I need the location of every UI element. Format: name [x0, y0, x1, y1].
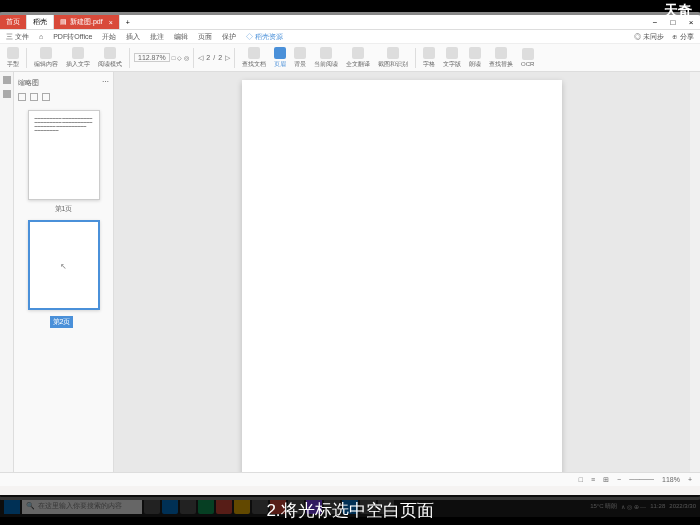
- view-mode-1[interactable]: □: [579, 476, 583, 483]
- outline-tab-icon[interactable]: [3, 90, 11, 98]
- minimize-button[interactable]: −: [646, 15, 664, 30]
- speaker-icon: [469, 47, 481, 59]
- menu-protect[interactable]: 保护: [222, 32, 236, 42]
- find-icon: [248, 47, 260, 59]
- next-page-icon[interactable]: ▷: [225, 54, 230, 62]
- close-tab-icon[interactable]: ×: [109, 19, 113, 26]
- menu-edit[interactable]: 编辑: [174, 32, 188, 42]
- tool-edit[interactable]: 编辑内容: [31, 47, 61, 69]
- thumb-1-label: 第1页: [28, 204, 100, 214]
- search-icon: [495, 47, 507, 59]
- workspace: 缩略图 ⋯ ▬▬▬▬▬▬▬▬▬ ▬▬▬▬▬▬▬▬▬▬ ▬▬▬▬▬▬▬▬▬ ▬▬▬…: [0, 72, 700, 472]
- page-total: 2: [218, 54, 222, 61]
- zoom-out[interactable]: −: [617, 476, 621, 483]
- thumbnail-header: 缩略图: [18, 78, 39, 88]
- fit-page-icon[interactable]: ◇: [177, 54, 182, 61]
- page-current[interactable]: 2: [206, 54, 210, 61]
- text-ver-icon: [446, 47, 458, 59]
- cursor-icon: ↖: [60, 262, 67, 272]
- tool-read-mode[interactable]: 阅读模式: [95, 47, 125, 69]
- header-icon: [274, 47, 286, 59]
- page-indicator: ◁ 2/2 ▷: [198, 54, 230, 62]
- grid-icon: [423, 47, 435, 59]
- tool-find[interactable]: 查找文档: [239, 47, 269, 69]
- tool-bg[interactable]: 背景: [291, 47, 309, 69]
- pdf-icon: ▤: [60, 18, 67, 26]
- tool-text-ver[interactable]: 文字版: [440, 47, 464, 69]
- view-mode-3[interactable]: ⊞: [603, 476, 609, 484]
- bg-icon: [294, 47, 306, 59]
- tool-grid[interactable]: 字格: [420, 47, 438, 69]
- instruction-caption: 2.将光标选中空白页面: [0, 495, 700, 525]
- tool-current-read[interactable]: 当前阅读: [311, 47, 341, 69]
- zoom-field[interactable]: 112.87%: [134, 53, 170, 62]
- scrollbar[interactable]: [690, 72, 700, 472]
- view-mode-2[interactable]: ≡: [591, 476, 595, 483]
- sync-status[interactable]: ◎ 未同步: [634, 32, 664, 42]
- menu-pdf-office[interactable]: PDF转Office: [53, 32, 92, 42]
- thumb-tool-3[interactable]: [42, 93, 50, 101]
- translate-icon: [352, 47, 364, 59]
- share-button[interactable]: ⊕ 分享: [672, 32, 694, 42]
- tab-document[interactable]: ▤ 新建图.pdf ×: [54, 15, 120, 29]
- left-sidebar: [0, 72, 14, 472]
- statusbar: □ ≡ ⊞ − ───── 118% +: [0, 472, 700, 486]
- thumb-1-preview: ▬▬▬▬▬▬▬▬▬ ▬▬▬▬▬▬▬▬▬▬ ▬▬▬▬▬▬▬▬▬ ▬▬▬▬▬▬▬▬▬…: [28, 110, 100, 200]
- zoom-slider[interactable]: ─────: [629, 476, 654, 483]
- current-read-icon: [320, 47, 332, 59]
- blank-page[interactable]: [242, 80, 562, 472]
- thumb-options-icon[interactable]: ⋯: [102, 78, 109, 88]
- watermark-text: 天奇: [664, 2, 692, 20]
- read-icon: [104, 47, 116, 59]
- tool-read-aloud[interactable]: 朗读: [466, 47, 484, 69]
- tool-screenshot[interactable]: 截图和识别: [375, 47, 411, 69]
- menu-start[interactable]: 开始: [102, 32, 116, 42]
- tool-header[interactable]: 页眉: [271, 47, 289, 69]
- thumbnail-page-2[interactable]: ↖ 第2页: [28, 220, 100, 328]
- prev-page-icon[interactable]: ◁: [198, 54, 203, 62]
- hand-icon: [7, 47, 19, 59]
- thumb-tool-2[interactable]: [30, 93, 38, 101]
- menu-home-icon[interactable]: ⌂: [39, 33, 43, 40]
- ocr-icon: [522, 48, 534, 60]
- document-canvas[interactable]: [114, 72, 690, 472]
- titlebar: 首页 稻壳 ▤ 新建图.pdf × + − □ ×: [0, 15, 700, 30]
- menubar: 三 文件 ⌂ PDF转Office 开始 插入 批注 编辑 页面 保护 ◇ 稻壳…: [0, 30, 700, 44]
- add-tab-button[interactable]: +: [120, 15, 136, 29]
- menu-insert[interactable]: 插入: [126, 32, 140, 42]
- tab-home[interactable]: 首页: [0, 15, 27, 29]
- thumb-2-label: 第2页: [50, 316, 74, 328]
- thumb-tool-1[interactable]: [18, 93, 26, 101]
- thumb-2-preview: ↖: [28, 220, 100, 310]
- thumbnail-page-1[interactable]: ▬▬▬▬▬▬▬▬▬ ▬▬▬▬▬▬▬▬▬▬ ▬▬▬▬▬▬▬▬▬ ▬▬▬▬▬▬▬▬▬…: [28, 110, 100, 214]
- insert-text-icon: [72, 47, 84, 59]
- zoom-in[interactable]: +: [688, 476, 692, 483]
- app-window: 首页 稻壳 ▤ 新建图.pdf × + − □ × 三 文件 ⌂ PDF转Off…: [0, 15, 700, 495]
- menu-page[interactable]: 页面: [198, 32, 212, 42]
- tool-hand[interactable]: 手型: [4, 47, 22, 69]
- rotate-icon[interactable]: ◎: [184, 54, 189, 61]
- tab-docer[interactable]: 稻壳: [27, 15, 54, 29]
- tool-insert-text[interactable]: 插入文字: [63, 47, 93, 69]
- zoom-value: 118%: [662, 476, 680, 483]
- menu-annotate[interactable]: 批注: [150, 32, 164, 42]
- menu-resource[interactable]: ◇ 稻壳资源: [246, 32, 283, 42]
- tool-translate[interactable]: 全文翻译: [343, 47, 373, 69]
- menu-file[interactable]: 三 文件: [6, 32, 29, 42]
- thumbnail-tab-icon[interactable]: [3, 76, 11, 84]
- tool-ocr[interactable]: OCR: [518, 48, 537, 67]
- tool-find-replace[interactable]: 查找替换: [486, 47, 516, 69]
- thumbnail-panel: 缩略图 ⋯ ▬▬▬▬▬▬▬▬▬ ▬▬▬▬▬▬▬▬▬▬ ▬▬▬▬▬▬▬▬▬ ▬▬▬…: [14, 72, 114, 472]
- edit-icon: [40, 47, 52, 59]
- fit-width-icon[interactable]: □: [172, 55, 176, 61]
- toolbar: 手型 编辑内容 插入文字 阅读模式 112.87% □ ◇ ◎ ◁ 2/2 ▷ …: [0, 44, 700, 72]
- screenshot-icon: [387, 47, 399, 59]
